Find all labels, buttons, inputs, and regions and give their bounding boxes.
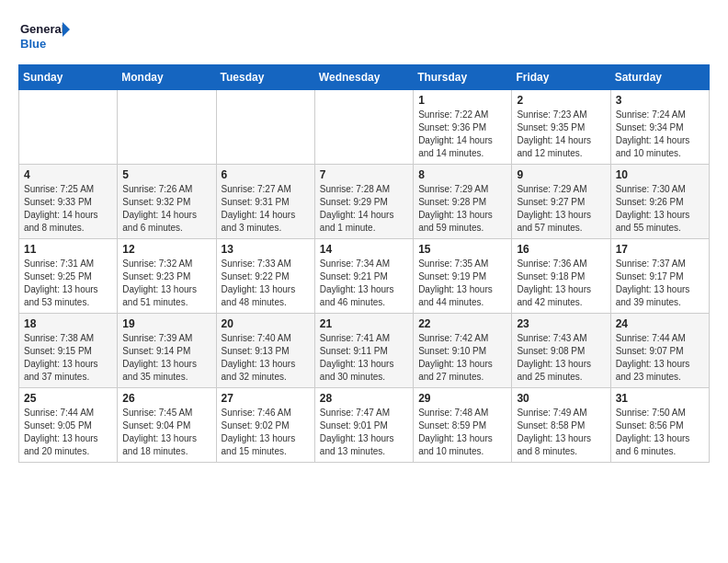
- day-number: 12: [122, 243, 210, 256]
- day-info: Sunrise: 7:32 AM Sunset: 9:23 PM Dayligh…: [122, 258, 210, 309]
- calendar-cell: 26Sunrise: 7:45 AM Sunset: 9:04 PM Dayli…: [118, 388, 216, 463]
- calendar-cell: 22Sunrise: 7:42 AM Sunset: 9:10 PM Dayli…: [414, 314, 512, 388]
- day-info: Sunrise: 7:39 AM Sunset: 9:14 PM Dayligh…: [122, 332, 210, 384]
- calendar-cell: 5Sunrise: 7:26 AM Sunset: 9:32 PM Daylig…: [118, 165, 216, 239]
- calendar-cell: 10Sunrise: 7:30 AM Sunset: 9:26 PM Dayli…: [610, 165, 709, 239]
- header: General Blue: [18, 18, 710, 55]
- day-number: 30: [517, 392, 605, 405]
- day-info: Sunrise: 7:26 AM Sunset: 9:32 PM Dayligh…: [122, 183, 210, 235]
- week-row-3: 11Sunrise: 7:31 AM Sunset: 9:25 PM Dayli…: [19, 239, 710, 314]
- weekday-header-monday: Monday: [118, 65, 216, 90]
- day-info: Sunrise: 7:41 AM Sunset: 9:11 PM Dayligh…: [320, 332, 408, 384]
- calendar-cell: 9Sunrise: 7:29 AM Sunset: 9:27 PM Daylig…: [512, 165, 610, 239]
- day-number: 17: [616, 243, 704, 256]
- day-number: 25: [24, 392, 112, 405]
- day-info: Sunrise: 7:34 AM Sunset: 9:21 PM Dayligh…: [320, 258, 408, 309]
- day-info: Sunrise: 7:29 AM Sunset: 9:28 PM Dayligh…: [418, 183, 506, 235]
- calendar-cell: 17Sunrise: 7:37 AM Sunset: 9:17 PM Dayli…: [610, 239, 709, 314]
- day-number: 4: [24, 168, 112, 181]
- day-info: Sunrise: 7:36 AM Sunset: 9:18 PM Dayligh…: [517, 258, 605, 309]
- day-number: 28: [320, 392, 408, 405]
- calendar-cell: 23Sunrise: 7:43 AM Sunset: 9:08 PM Dayli…: [512, 314, 610, 388]
- calendar-cell: 18Sunrise: 7:38 AM Sunset: 9:15 PM Dayli…: [19, 314, 118, 388]
- day-number: 26: [122, 392, 210, 405]
- calendar-cell: 21Sunrise: 7:41 AM Sunset: 9:11 PM Dayli…: [314, 314, 413, 388]
- day-number: 6: [222, 168, 310, 181]
- calendar-cell: 7Sunrise: 7:28 AM Sunset: 9:29 PM Daylig…: [314, 165, 413, 239]
- day-number: 24: [616, 317, 704, 330]
- calendar-cell: 13Sunrise: 7:33 AM Sunset: 9:22 PM Dayli…: [216, 239, 314, 314]
- day-info: Sunrise: 7:24 AM Sunset: 9:34 PM Dayligh…: [616, 109, 704, 160]
- day-number: 18: [24, 317, 112, 330]
- logo: General Blue: [18, 18, 74, 55]
- day-info: Sunrise: 7:28 AM Sunset: 9:29 PM Dayligh…: [320, 183, 408, 235]
- calendar-cell: 6Sunrise: 7:27 AM Sunset: 9:31 PM Daylig…: [216, 165, 314, 239]
- svg-marker-1: [63, 22, 70, 37]
- day-number: 20: [222, 317, 310, 330]
- day-info: Sunrise: 7:30 AM Sunset: 9:26 PM Dayligh…: [616, 183, 704, 235]
- day-info: Sunrise: 7:22 AM Sunset: 9:36 PM Dayligh…: [418, 109, 506, 160]
- calendar-cell: [314, 90, 413, 165]
- day-info: Sunrise: 7:40 AM Sunset: 9:13 PM Dayligh…: [222, 332, 310, 384]
- weekday-header-thursday: Thursday: [414, 65, 512, 90]
- calendar-cell: 12Sunrise: 7:32 AM Sunset: 9:23 PM Dayli…: [118, 239, 216, 314]
- day-info: Sunrise: 7:31 AM Sunset: 9:25 PM Dayligh…: [24, 258, 112, 309]
- week-row-1: 1Sunrise: 7:22 AM Sunset: 9:36 PM Daylig…: [19, 90, 710, 165]
- day-info: Sunrise: 7:43 AM Sunset: 9:08 PM Dayligh…: [517, 332, 605, 384]
- day-number: 23: [517, 317, 605, 330]
- day-number: 19: [122, 317, 210, 330]
- calendar-cell: [118, 90, 216, 165]
- day-number: 1: [418, 94, 506, 107]
- day-number: 15: [418, 243, 506, 256]
- day-info: Sunrise: 7:27 AM Sunset: 9:31 PM Dayligh…: [222, 183, 310, 235]
- day-info: Sunrise: 7:25 AM Sunset: 9:33 PM Dayligh…: [24, 183, 112, 235]
- calendar-cell: 1Sunrise: 7:22 AM Sunset: 9:36 PM Daylig…: [414, 90, 512, 165]
- day-info: Sunrise: 7:48 AM Sunset: 8:59 PM Dayligh…: [418, 407, 506, 458]
- calendar-cell: 2Sunrise: 7:23 AM Sunset: 9:35 PM Daylig…: [512, 90, 610, 165]
- calendar-cell: 28Sunrise: 7:47 AM Sunset: 9:01 PM Dayli…: [314, 388, 413, 463]
- svg-text:General: General: [20, 22, 64, 36]
- day-info: Sunrise: 7:33 AM Sunset: 9:22 PM Dayligh…: [222, 258, 310, 309]
- calendar-cell: 25Sunrise: 7:44 AM Sunset: 9:05 PM Dayli…: [19, 388, 118, 463]
- day-number: 21: [320, 317, 408, 330]
- week-row-5: 25Sunrise: 7:44 AM Sunset: 9:05 PM Dayli…: [19, 388, 710, 463]
- day-info: Sunrise: 7:35 AM Sunset: 9:19 PM Dayligh…: [418, 258, 506, 309]
- day-number: 29: [418, 392, 506, 405]
- week-row-4: 18Sunrise: 7:38 AM Sunset: 9:15 PM Dayli…: [19, 314, 710, 388]
- day-number: 14: [320, 243, 408, 256]
- calendar-cell: 11Sunrise: 7:31 AM Sunset: 9:25 PM Dayli…: [19, 239, 118, 314]
- day-number: 31: [616, 392, 704, 405]
- calendar-cell: 14Sunrise: 7:34 AM Sunset: 9:21 PM Dayli…: [314, 239, 413, 314]
- svg-text:Blue: Blue: [20, 37, 46, 51]
- day-info: Sunrise: 7:42 AM Sunset: 9:10 PM Dayligh…: [418, 332, 506, 384]
- day-number: 5: [122, 168, 210, 181]
- calendar-cell: 15Sunrise: 7:35 AM Sunset: 9:19 PM Dayli…: [414, 239, 512, 314]
- weekday-header-row: SundayMondayTuesdayWednesdayThursdayFrid…: [19, 65, 710, 90]
- day-number: 27: [222, 392, 310, 405]
- calendar-table: SundayMondayTuesdayWednesdayThursdayFrid…: [18, 64, 710, 463]
- calendar-cell: [216, 90, 314, 165]
- calendar-cell: 3Sunrise: 7:24 AM Sunset: 9:34 PM Daylig…: [610, 90, 709, 165]
- weekday-header-tuesday: Tuesday: [216, 65, 314, 90]
- calendar-cell: 19Sunrise: 7:39 AM Sunset: 9:14 PM Dayli…: [118, 314, 216, 388]
- calendar-cell: [19, 90, 118, 165]
- day-number: 7: [320, 168, 408, 181]
- weekday-header-wednesday: Wednesday: [314, 65, 413, 90]
- calendar-cell: 8Sunrise: 7:29 AM Sunset: 9:28 PM Daylig…: [414, 165, 512, 239]
- day-number: 3: [616, 94, 704, 107]
- weekday-header-sunday: Sunday: [19, 65, 118, 90]
- day-number: 9: [517, 168, 605, 181]
- logo-svg: General Blue: [18, 18, 74, 55]
- day-number: 2: [517, 94, 605, 107]
- day-info: Sunrise: 7:23 AM Sunset: 9:35 PM Dayligh…: [517, 109, 605, 160]
- day-number: 16: [517, 243, 605, 256]
- day-number: 11: [24, 243, 112, 256]
- day-info: Sunrise: 7:49 AM Sunset: 8:58 PM Dayligh…: [517, 407, 605, 458]
- weekday-header-saturday: Saturday: [610, 65, 709, 90]
- week-row-2: 4Sunrise: 7:25 AM Sunset: 9:33 PM Daylig…: [19, 165, 710, 239]
- day-info: Sunrise: 7:38 AM Sunset: 9:15 PM Dayligh…: [24, 332, 112, 384]
- calendar-cell: 27Sunrise: 7:46 AM Sunset: 9:02 PM Dayli…: [216, 388, 314, 463]
- day-info: Sunrise: 7:46 AM Sunset: 9:02 PM Dayligh…: [222, 407, 310, 458]
- day-info: Sunrise: 7:29 AM Sunset: 9:27 PM Dayligh…: [517, 183, 605, 235]
- day-number: 8: [418, 168, 506, 181]
